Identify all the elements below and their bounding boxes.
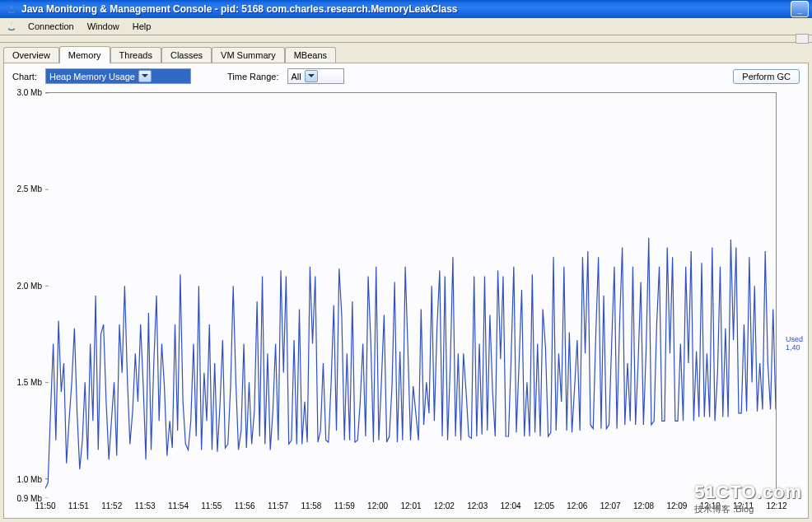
plot-area xyxy=(45,92,777,498)
window-title: Java Monitoring & Management Console - p… xyxy=(21,3,458,15)
series-label: Used 1,40 xyxy=(786,336,803,352)
x-tick: 12:07 xyxy=(600,501,621,510)
time-range-label: Time Range: xyxy=(227,72,279,82)
x-tick: 12:01 xyxy=(400,501,421,510)
x-tick: 12:06 xyxy=(567,501,587,510)
app-window: Java Monitoring & Management Console - p… xyxy=(0,0,812,522)
chart-controls: Chart: Heap Memory Usage Time Range: All… xyxy=(4,63,808,89)
chart-area: 0.9 Mb1.0 Mb1.5 Mb2.0 Mb2.5 Mb3.0 Mb 11:… xyxy=(11,92,801,513)
tab-mbeans[interactable]: MBeans xyxy=(285,47,336,63)
minimize-button[interactable]: _ xyxy=(791,1,809,17)
x-tick: 11:58 xyxy=(301,501,321,510)
x-tick: 12:02 xyxy=(434,501,455,510)
chart-combo-value: Heap Memory Usage xyxy=(49,72,135,82)
x-tick: 11:56 xyxy=(235,501,255,510)
menu-window[interactable]: Window xyxy=(81,20,126,33)
java-icon xyxy=(5,2,18,16)
tab-memory[interactable]: Memory xyxy=(59,46,110,63)
chevron-down-icon xyxy=(138,70,152,82)
watermark-sub: 技术博客 .Blog xyxy=(694,503,802,515)
tab-bar: Overview Memory Threads Classes VM Summa… xyxy=(0,43,812,63)
chevron-down-icon xyxy=(305,70,318,82)
x-tick: 11:53 xyxy=(135,501,156,510)
memory-usage-line xyxy=(45,238,776,489)
x-tick: 12:05 xyxy=(534,501,554,510)
time-range-value: All xyxy=(292,72,301,82)
toolbar-strip xyxy=(0,35,812,43)
x-tick: 11:52 xyxy=(101,501,122,510)
series-value: 1,40 xyxy=(786,344,803,352)
x-tick: 11:50 xyxy=(35,501,55,510)
y-tick: 2.5 Mb xyxy=(16,184,42,193)
x-tick: 11:59 xyxy=(334,501,355,510)
x-tick: 12:04 xyxy=(501,501,521,510)
tab-threads[interactable]: Threads xyxy=(110,47,161,63)
perform-gc-button[interactable]: Perform GC xyxy=(733,69,800,84)
chart-combo[interactable]: Heap Memory Usage xyxy=(45,68,191,84)
time-range-combo[interactable]: All xyxy=(287,68,344,84)
menu-connection[interactable]: Connection xyxy=(21,20,81,33)
y-axis: 0.9 Mb1.0 Mb1.5 Mb2.0 Mb2.5 Mb3.0 Mb xyxy=(11,92,45,498)
tab-classes[interactable]: Classes xyxy=(161,47,212,63)
y-tick: 2.0 Mb xyxy=(16,281,42,290)
chart-label: Chart: xyxy=(12,72,37,82)
x-tick: 11:55 xyxy=(201,501,222,510)
y-tick: 3.0 Mb xyxy=(16,88,42,97)
watermark: 51CTO.com 技术博客 .Blog xyxy=(689,480,807,517)
x-tick: 12:03 xyxy=(467,501,488,510)
x-tick: 12:08 xyxy=(633,501,654,510)
x-tick: 12:00 xyxy=(367,501,388,510)
y-tick: 1.5 Mb xyxy=(16,378,42,387)
x-tick: 11:54 xyxy=(168,501,189,510)
menubar: Connection Window Help xyxy=(0,18,812,35)
internal-minimize-icon[interactable] xyxy=(796,34,809,44)
x-tick: 12:09 xyxy=(666,501,687,510)
x-axis: 11:5011:5111:5211:5311:5411:5511:5611:57… xyxy=(45,501,777,513)
x-tick: 11:51 xyxy=(68,501,89,510)
x-tick: 11:57 xyxy=(268,501,288,510)
memory-panel: Chart: Heap Memory Usage Time Range: All… xyxy=(3,63,809,519)
y-tick: 1.0 Mb xyxy=(16,474,42,483)
java-icon xyxy=(5,20,18,33)
tab-vmsummary[interactable]: VM Summary xyxy=(212,47,285,63)
watermark-main: 51CTO.com xyxy=(694,482,802,503)
titlebar[interactable]: Java Monitoring & Management Console - p… xyxy=(0,0,812,18)
tab-overview[interactable]: Overview xyxy=(3,47,59,63)
menu-help[interactable]: Help xyxy=(126,20,158,33)
